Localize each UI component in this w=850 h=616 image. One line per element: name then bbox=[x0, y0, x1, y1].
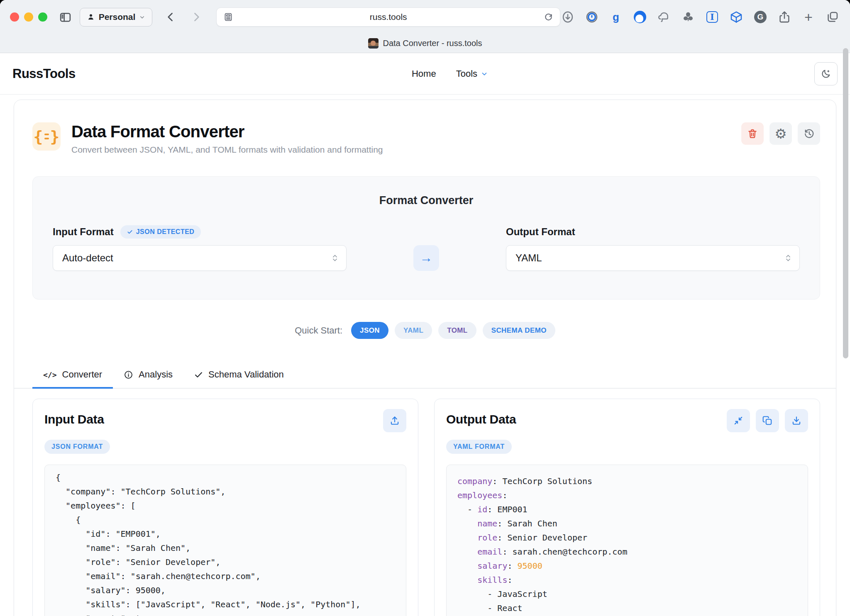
forward-button[interactable] bbox=[188, 9, 205, 25]
code-line: { bbox=[56, 513, 395, 527]
code-line: company: TechCorp Solutions bbox=[457, 474, 797, 488]
instapaper-button[interactable]: I bbox=[705, 10, 720, 24]
select-chevrons-icon bbox=[330, 253, 340, 263]
person-icon bbox=[87, 13, 95, 21]
code-line: - id: EMP001 bbox=[457, 502, 797, 516]
bear-extension-button[interactable] bbox=[633, 10, 647, 24]
output-code-view: company: TechCorp Solutionsemployees: - … bbox=[446, 465, 808, 616]
ghostery-icon: g bbox=[613, 12, 619, 22]
mastodon-button[interactable] bbox=[657, 10, 672, 24]
code-line: "role": "Senior Developer", bbox=[56, 555, 395, 569]
quick-start-toml[interactable]: TOML bbox=[438, 322, 476, 339]
convert-arrow-button[interactable]: → bbox=[413, 245, 439, 271]
onepassword-button[interactable] bbox=[584, 10, 599, 24]
main-nav: Home Tools bbox=[412, 68, 488, 79]
convert-direction: → bbox=[347, 245, 506, 271]
output-format-label: Output Format bbox=[506, 226, 575, 238]
page-content: { } Data Format Converter Convert betwee… bbox=[0, 95, 850, 616]
converter-panels: Input Data JSON FORMAT { "company": "Tec… bbox=[32, 399, 820, 616]
ghostery-button[interactable]: g bbox=[608, 10, 623, 24]
tool-header-actions: ⚙ bbox=[741, 122, 820, 145]
download-icon bbox=[791, 415, 802, 426]
share-icon bbox=[778, 10, 791, 24]
code-line: "name": "Sarah Chen", bbox=[56, 541, 395, 555]
back-button[interactable] bbox=[162, 9, 179, 25]
output-format-value: YAML bbox=[515, 252, 542, 264]
scrollbar[interactable] bbox=[843, 48, 848, 358]
select-chevrons-icon bbox=[784, 253, 793, 263]
history-icon bbox=[804, 128, 815, 139]
tab-converter[interactable]: </> Converter bbox=[32, 363, 113, 389]
quick-start-yaml[interactable]: YAML bbox=[395, 322, 432, 339]
page-title: Data Format Converter bbox=[71, 122, 383, 141]
upload-button[interactable] bbox=[383, 409, 406, 432]
grammarly-button[interactable]: G bbox=[753, 10, 768, 24]
instapaper-icon: I bbox=[706, 11, 718, 23]
clover-extension-button[interactable] bbox=[681, 10, 696, 24]
collapse-icon bbox=[733, 415, 744, 426]
moon-icon bbox=[821, 68, 831, 79]
converter-heading: Format Converter bbox=[53, 194, 800, 207]
download-button[interactable] bbox=[785, 409, 808, 432]
tab-title[interactable]: Data Converter - russ.tools bbox=[383, 39, 482, 48]
input-format-select[interactable]: Auto-detect bbox=[53, 245, 347, 271]
trash-icon bbox=[747, 128, 758, 139]
extension-toolbar: g I bbox=[560, 10, 840, 24]
arrow-right-icon: → bbox=[420, 251, 433, 265]
tab-overview-button[interactable] bbox=[825, 10, 840, 24]
history-button[interactable] bbox=[798, 122, 820, 145]
address-bar[interactable]: russ.tools bbox=[216, 7, 560, 27]
code-line: "email": "sarah.chen@techcorp.com", bbox=[56, 569, 395, 583]
new-tab-button[interactable]: + bbox=[801, 10, 816, 24]
quick-start-json[interactable]: JSON bbox=[351, 322, 388, 339]
input-format-value: Auto-detect bbox=[62, 252, 113, 264]
code-line: "remote": true, bbox=[56, 611, 395, 616]
code-line: "skills": ["JavaScript", "React", "Node.… bbox=[56, 597, 395, 611]
clear-button[interactable] bbox=[741, 122, 764, 145]
input-code-editor[interactable]: { "company": "TechCorp Solutions", "empl… bbox=[44, 465, 406, 616]
plus-icon: + bbox=[804, 10, 813, 24]
code-line: - JavaScript bbox=[457, 587, 797, 601]
settings-button[interactable]: ⚙ bbox=[769, 122, 792, 145]
clover-icon bbox=[682, 11, 694, 23]
bear-icon bbox=[634, 11, 646, 23]
close-button[interactable] bbox=[10, 12, 19, 22]
tabs-icon bbox=[826, 10, 839, 24]
share-button[interactable] bbox=[777, 10, 792, 24]
copy-button[interactable] bbox=[756, 409, 779, 432]
check-icon bbox=[127, 229, 133, 235]
quick-start-schema-demo[interactable]: SCHEMA DEMO bbox=[483, 322, 555, 339]
nav-home[interactable]: Home bbox=[412, 68, 436, 79]
tab-schema-validation[interactable]: Schema Validation bbox=[183, 363, 295, 389]
profile-button[interactable]: Personal bbox=[80, 8, 153, 27]
site-logo[interactable]: RussTools bbox=[12, 66, 76, 81]
cube-icon bbox=[730, 10, 743, 24]
code-line: salary: 95000 bbox=[457, 559, 797, 573]
theme-toggle-button[interactable] bbox=[814, 62, 838, 85]
browser-window: Personal russ.tools bbox=[0, 0, 850, 616]
chevron-down-icon bbox=[481, 70, 488, 78]
tool-card: { } Data Format Converter Convert betwee… bbox=[14, 100, 836, 616]
collapse-button[interactable] bbox=[727, 409, 750, 432]
elephant-icon bbox=[657, 10, 671, 24]
output-format-badge: YAML FORMAT bbox=[446, 440, 512, 454]
tool-titles: Data Format Converter Convert between JS… bbox=[71, 122, 383, 155]
fullscreen-button[interactable] bbox=[38, 12, 47, 22]
nav-tools[interactable]: Tools bbox=[456, 68, 488, 79]
downloads-button[interactable] bbox=[560, 10, 575, 24]
minimize-button[interactable] bbox=[24, 12, 33, 22]
cube-extension-button[interactable] bbox=[729, 10, 744, 24]
copy-icon bbox=[762, 415, 773, 426]
code-line: name: Sarah Chen bbox=[457, 516, 797, 531]
chevron-down-icon bbox=[139, 14, 145, 20]
sidebar-toggle-button[interactable] bbox=[57, 9, 74, 25]
converter-row: Input Format JSON DETECTED Auto-detect bbox=[53, 224, 800, 271]
site-header: RussTools Home Tools bbox=[0, 53, 850, 95]
tab-favicon bbox=[368, 38, 379, 49]
quick-start-row: Quick Start: JSON YAML TOML SCHEMA DEMO bbox=[14, 322, 836, 339]
output-format-select[interactable]: YAML bbox=[506, 245, 800, 271]
traffic-lights bbox=[10, 12, 47, 22]
tool-header: { } Data Format Converter Convert betwee… bbox=[14, 100, 836, 155]
tab-analysis[interactable]: Analysis bbox=[113, 363, 183, 389]
code-line: { bbox=[56, 470, 395, 485]
